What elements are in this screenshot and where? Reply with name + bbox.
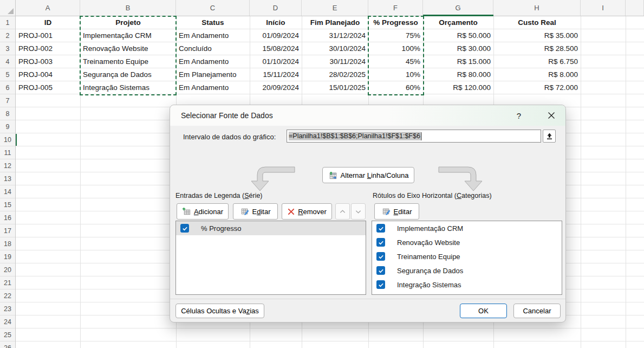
- table-cell[interactable]: 60%: [368, 81, 423, 94]
- table-header-cell[interactable]: Status: [176, 16, 250, 29]
- table-header-cell[interactable]: % Progresso: [368, 16, 423, 29]
- table-cell[interactable]: 30/11/2024: [302, 55, 368, 68]
- row-header-5[interactable]: 5: [0, 68, 15, 81]
- table-cell[interactable]: 20/09/2024: [250, 81, 302, 94]
- table-cell[interactable]: Em Andamento: [176, 81, 250, 94]
- select-all-corner[interactable]: [0, 0, 16, 16]
- list-item[interactable]: Segurança de Dados: [372, 263, 562, 278]
- remove-series-button[interactable]: Remover: [282, 203, 332, 220]
- table-header-cell[interactable]: ID: [16, 16, 80, 29]
- table-cell[interactable]: Em Andamento: [176, 55, 250, 68]
- row-header-14[interactable]: 14: [0, 185, 15, 198]
- row-header-17[interactable]: 17: [0, 224, 15, 237]
- checkbox-checked-icon[interactable]: [376, 238, 385, 247]
- list-item[interactable]: Integração Sistemas: [372, 278, 562, 292]
- table-cell[interactable]: R$ 80.000: [423, 68, 493, 81]
- table-cell[interactable]: R$ 15.000: [423, 55, 493, 68]
- table-cell[interactable]: 30/10/2024: [302, 42, 368, 55]
- dialog-titlebar[interactable]: Selecionar Fonte de Dados: [170, 105, 565, 126]
- table-cell[interactable]: PROJ-005: [16, 81, 80, 94]
- table-cell[interactable]: R$ 35.000: [493, 29, 581, 42]
- column-header-A[interactable]: A: [16, 0, 80, 16]
- checkbox-checked-icon[interactable]: [376, 280, 385, 289]
- table-cell[interactable]: Treinamento Equipe: [80, 55, 176, 68]
- table-header-cell[interactable]: Custo Real: [493, 16, 581, 29]
- table-cell[interactable]: R$ 8.000: [493, 68, 581, 81]
- ok-button[interactable]: OK: [460, 304, 507, 318]
- column-header-E[interactable]: E: [302, 0, 368, 16]
- row-header-7[interactable]: 7: [0, 94, 15, 107]
- table-cell[interactable]: 15/01/2025: [302, 81, 368, 94]
- checkbox-checked-icon[interactable]: [180, 224, 189, 233]
- row-header-24[interactable]: 24: [0, 315, 15, 328]
- row-header-2[interactable]: 2: [0, 29, 15, 42]
- help-button[interactable]: ?: [510, 105, 528, 126]
- table-cell[interactable]: PROJ-002: [16, 42, 80, 55]
- table-cell[interactable]: PROJ-003: [16, 55, 80, 68]
- column-header-D[interactable]: D: [250, 0, 302, 16]
- close-button[interactable]: [542, 105, 561, 126]
- row-header-10[interactable]: 10: [0, 133, 15, 146]
- table-cell[interactable]: Em Planejamento: [176, 68, 250, 81]
- table-header-cell[interactable]: Início: [250, 16, 302, 29]
- table-cell[interactable]: Integração Sistemas: [80, 81, 176, 94]
- move-series-down-button[interactable]: [351, 203, 366, 220]
- column-header-C[interactable]: C: [176, 0, 250, 16]
- row-header-4[interactable]: 4: [0, 55, 15, 68]
- row-header-8[interactable]: 8: [0, 107, 15, 120]
- list-item[interactable]: Implementação CRM: [372, 221, 562, 235]
- row-header-26[interactable]: 26: [0, 341, 15, 348]
- move-series-up-button[interactable]: [335, 203, 350, 220]
- row-header-1[interactable]: 1: [0, 16, 15, 29]
- table-cell[interactable]: 15/11/2024: [250, 68, 302, 81]
- row-header-9[interactable]: 9: [0, 120, 15, 133]
- table-cell[interactable]: 15/08/2024: [250, 42, 302, 55]
- chart-data-range-input[interactable]: =Planilha1!$B$1:$B$6;Planilha1!$F$1:$F$6: [287, 130, 541, 143]
- hidden-empty-cells-button[interactable]: Células Ocultas e Vazias: [175, 304, 264, 318]
- column-header-G[interactable]: G: [423, 0, 493, 16]
- column-header-B[interactable]: B: [80, 0, 176, 16]
- cancel-button[interactable]: Cancelar: [513, 304, 561, 318]
- row-header-23[interactable]: 23: [0, 302, 15, 315]
- column-header-I[interactable]: I: [581, 0, 626, 16]
- legend-entries-list[interactable]: % Progresso: [175, 221, 366, 295]
- table-cell[interactable]: PROJ-004: [16, 68, 80, 81]
- table-cell[interactable]: 100%: [368, 42, 423, 55]
- table-cell[interactable]: Segurança de Dados: [80, 68, 176, 81]
- table-cell[interactable]: R$ 6.750: [493, 55, 581, 68]
- table-cell[interactable]: 45%: [368, 55, 423, 68]
- list-item[interactable]: % Progresso: [176, 221, 366, 235]
- table-header-cell[interactable]: Projeto: [80, 16, 176, 29]
- table-cell[interactable]: Concluído: [176, 42, 250, 55]
- table-cell[interactable]: R$ 30.000: [423, 42, 493, 55]
- row-header-22[interactable]: 22: [0, 289, 15, 302]
- row-header-11[interactable]: 11: [0, 146, 15, 159]
- table-cell[interactable]: Em Andamento: [176, 29, 250, 42]
- list-item[interactable]: Treinamento Equipe: [372, 249, 562, 263]
- row-header-15[interactable]: 15: [0, 198, 15, 211]
- row-header-16[interactable]: 16: [0, 211, 15, 224]
- list-item[interactable]: Renovação Website: [372, 235, 562, 249]
- column-header-F[interactable]: F: [368, 0, 423, 16]
- checkbox-checked-icon[interactable]: [376, 266, 385, 275]
- row-header-13[interactable]: 13: [0, 172, 15, 185]
- table-header-cell[interactable]: Fim Planejado: [302, 16, 368, 29]
- table-header-cell[interactable]: Orçamento: [423, 16, 493, 29]
- axis-labels-list[interactable]: Implementação CRMRenovação WebsiteTreina…: [372, 221, 562, 295]
- table-cell[interactable]: R$ 28.500: [493, 42, 581, 55]
- row-header-20[interactable]: 20: [0, 263, 15, 276]
- checkbox-checked-icon[interactable]: [376, 224, 385, 233]
- row-header-25[interactable]: 25: [0, 328, 15, 341]
- table-cell[interactable]: R$ 72.000: [493, 81, 581, 94]
- row-header-6[interactable]: 6: [0, 81, 15, 94]
- switch-row-column-button[interactable]: Alternar Linha/Coluna: [322, 167, 414, 183]
- add-series-button[interactable]: Adicionar: [177, 203, 229, 220]
- column-header-partial[interactable]: [626, 0, 644, 16]
- table-cell[interactable]: 75%: [368, 29, 423, 42]
- table-cell[interactable]: PROJ-001: [16, 29, 80, 42]
- table-cell[interactable]: 01/09/2024: [250, 29, 302, 42]
- edit-series-button[interactable]: Editar: [233, 203, 278, 220]
- table-cell[interactable]: 28/02/2025: [302, 68, 368, 81]
- table-cell[interactable]: Renovação Website: [80, 42, 176, 55]
- row-header-3[interactable]: 3: [0, 42, 15, 55]
